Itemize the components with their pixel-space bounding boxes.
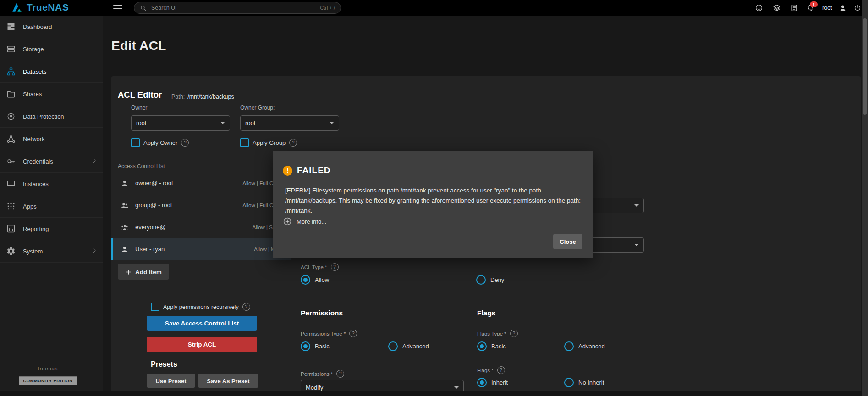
acl-type-deny-option[interactable]: Deny [476, 275, 504, 285]
jobs-layers-icon[interactable] [773, 4, 781, 14]
menu-toggle-button[interactable] [113, 3, 122, 13]
radio-label: Inherit [491, 379, 508, 386]
acl-entry-owner[interactable]: owner@ - root Allow | Full Control [111, 172, 291, 194]
apply-group-field: Apply Group [240, 138, 297, 147]
top-header: TrueNAS Ctrl + / 1 root [0, 0, 868, 16]
vertical-scrollbar-thumb[interactable] [863, 18, 867, 115]
acl-type-allow-option[interactable]: Allow [301, 275, 329, 285]
sidebar-item-label: Network [23, 136, 45, 143]
chevron-right-icon [91, 158, 98, 165]
sidebar-item-apps[interactable]: Apps [0, 195, 103, 218]
flags-section-title: Flags [477, 309, 495, 317]
truenas-logo-icon [11, 1, 23, 13]
feedback-smiley-icon[interactable] [755, 4, 763, 14]
sidebar-item-label: Dashboard [23, 23, 52, 30]
sidebar-item-credentials[interactable]: Credentials [0, 150, 103, 173]
help-icon[interactable] [289, 139, 297, 147]
sidebar-item-instances[interactable]: Instances [0, 173, 103, 195]
sidebar-brand: truenas [0, 364, 96, 372]
apply-owner-label: Apply Owner [143, 139, 177, 146]
permissions-select-value: Modify [306, 384, 323, 391]
help-icon[interactable] [331, 263, 339, 271]
sidebar-item-reporting[interactable]: Reporting [0, 218, 103, 240]
help-icon[interactable] [181, 139, 189, 147]
acl-entry-name: group@ - root [135, 202, 236, 209]
power-icon[interactable] [853, 4, 862, 14]
changelog-clipboard-icon[interactable] [790, 4, 798, 14]
help-icon[interactable] [497, 366, 505, 374]
data-protection-icon [6, 112, 16, 121]
sidebar-item-shares[interactable]: Shares [0, 83, 103, 105]
sidebar-item-datasets[interactable]: Datasets [0, 60, 103, 83]
instances-monitor-icon [6, 179, 16, 188]
radio-label: No Inherit [578, 379, 604, 386]
acl-entry-name: owner@ - root [135, 180, 236, 187]
apply-group-checkbox[interactable] [240, 138, 249, 147]
truenas-logo[interactable]: TrueNAS [11, 1, 69, 13]
sidebar-item-data-protection[interactable]: Data Protection [0, 105, 103, 128]
use-preset-button[interactable]: Use Preset [147, 374, 195, 388]
save-as-preset-button[interactable]: Save As Preset [198, 374, 258, 388]
sidebar-brand-text: truenas [38, 366, 58, 371]
flags-type-advanced-option[interactable]: Advanced [564, 341, 605, 351]
search-shortcut: Ctrl + / [320, 5, 335, 11]
acl-entry-group[interactable]: group@ - root Allow | Full Control [111, 194, 291, 216]
dashboard-icon [6, 22, 16, 31]
acl-editor-title: ACL Editor [118, 90, 162, 100]
radio-unselected-icon [564, 341, 574, 351]
acl-entry-everyone[interactable]: everyone@ Allow | Special [111, 216, 291, 238]
more-info-toggle[interactable]: More info... [283, 217, 326, 226]
flags-type-basic-option[interactable]: Basic [477, 341, 506, 351]
sidebar-item-label: System [23, 248, 43, 255]
acl-type-field-label: ACL Type * [301, 263, 339, 271]
dialog-message: [EPERM] Filesystem permissions on path /… [285, 186, 582, 216]
radio-label: Allow [315, 276, 329, 283]
radio-selected-icon [301, 341, 310, 351]
apply-owner-checkbox[interactable] [131, 138, 140, 147]
radio-label: Deny [490, 276, 504, 283]
recursive-checkbox[interactable] [151, 302, 159, 311]
add-item-button[interactable]: Add Item [118, 264, 169, 280]
path-label: Path: [171, 94, 185, 100]
chevron-down-icon [454, 386, 459, 389]
radio-label: Advanced [402, 343, 429, 350]
radio-unselected-icon [388, 341, 398, 351]
sidebar-nav: Dashboard Storage Datasets Shares Data P… [0, 16, 103, 396]
notifications-bell-icon[interactable]: 1 [807, 4, 815, 14]
help-icon[interactable] [510, 330, 518, 337]
user-avatar-icon[interactable] [839, 4, 847, 14]
apps-grid-icon [6, 202, 16, 211]
radio-label: Advanced [578, 343, 605, 350]
permissions-type-basic-option[interactable]: Basic [301, 341, 330, 351]
help-icon[interactable] [336, 370, 344, 378]
flags-no-inherit-option[interactable]: No Inherit [564, 378, 604, 387]
owner-select[interactable]: root [131, 116, 230, 131]
acl-entry-list: owner@ - root Allow | Full Control group… [111, 172, 291, 260]
flags-type-field-label: Flags Type * [477, 330, 518, 337]
dialog-close-button[interactable]: Close [553, 234, 582, 249]
owner-group-select[interactable]: root [240, 116, 339, 131]
failed-dialog: ! FAILED [EPERM] Filesystem permissions … [273, 151, 593, 258]
acl-entry-user-ryan[interactable]: User - ryan Allow | Modify [111, 238, 291, 260]
truenas-logo-text: TrueNAS [27, 2, 69, 13]
flags-inherit-option[interactable]: Inherit [477, 378, 508, 387]
sidebar-item-storage[interactable]: Storage [0, 38, 103, 60]
owner-group-select-value: root [245, 120, 255, 126]
help-icon[interactable] [242, 303, 250, 311]
username-label: root [822, 5, 832, 11]
network-icon [6, 134, 16, 143]
sidebar-item-dashboard[interactable]: Dashboard [0, 16, 103, 38]
flags-label: Flags * [477, 368, 494, 373]
edition-badge: COMMUNITY EDITION [19, 376, 77, 385]
strip-acl-button[interactable]: Strip ACL [147, 337, 257, 352]
permissions-type-advanced-option[interactable]: Advanced [388, 341, 429, 351]
plus-icon [125, 269, 132, 275]
group-icon [121, 201, 129, 209]
search-input[interactable] [150, 4, 316, 11]
sidebar-item-network[interactable]: Network [0, 128, 103, 150]
horizontal-scrollbar[interactable] [0, 391, 868, 396]
flags-value-field-label: Flags * [477, 366, 505, 374]
sidebar-item-system[interactable]: System [0, 240, 103, 263]
help-icon[interactable] [349, 330, 357, 337]
save-acl-button[interactable]: Save Access Control List [147, 316, 257, 331]
